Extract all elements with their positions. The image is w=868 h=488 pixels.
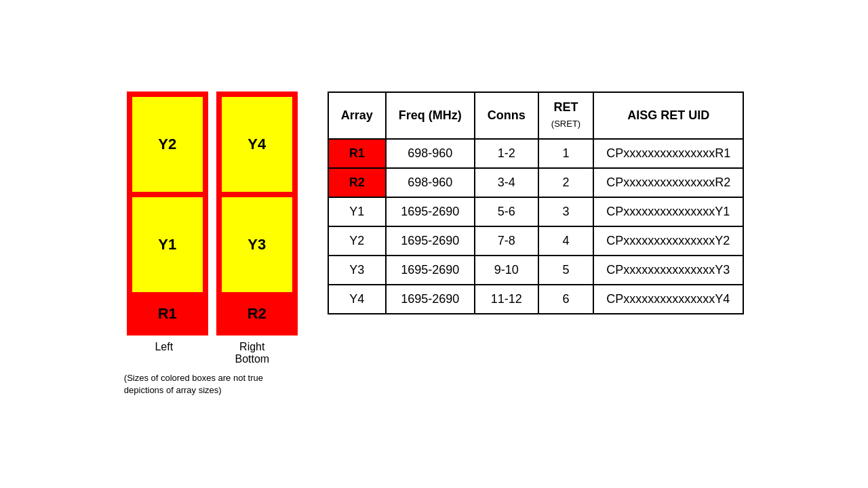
cell-ret-3: 4 [538,226,593,256]
cell-uid-1: CPxxxxxxxxxxxxxxxR2 [593,168,743,197]
cell-freq-1: 698-960 [386,168,475,197]
table-section: Array Freq (MHz) Conns RET (SRET) AISG R… [328,92,744,314]
left-antenna-column: Y2 Y1 R1 [127,92,208,336]
cell-freq-2: 1695-2690 [386,197,475,226]
header-array: Array [328,92,386,139]
header-aisg: AISG RET UID [593,92,743,139]
cell-array-1: R2 [328,168,386,197]
antenna-diagram: Y2 Y1 R1 Y4 Y3 R2 [127,92,298,336]
diagram-labels: Left Right Bottom [124,341,300,365]
cell-array-3: Y2 [328,226,386,256]
cell-array-4: Y3 [328,256,386,285]
right-antenna-column: Y4 Y3 R2 [216,92,298,336]
header-freq: Freq (MHz) [386,92,475,139]
diagram-note: (Sizes of colored boxes are not true dep… [124,372,300,396]
table-row: R1698-9601-21CPxxxxxxxxxxxxxxxR1 [328,139,743,168]
table-row: Y21695-26907-84CPxxxxxxxxxxxxxxxY2 [328,226,743,256]
table-row: R2698-9603-42CPxxxxxxxxxxxxxxxR2 [328,168,743,197]
table-body: R1698-9601-21CPxxxxxxxxxxxxxxxR1R2698-96… [328,139,743,314]
data-table: Array Freq (MHz) Conns RET (SRET) AISG R… [328,92,744,314]
table-row: Y11695-26905-63CPxxxxxxxxxxxxxxxY1 [328,197,743,226]
y3-box: Y3 [222,197,292,292]
y1-box: Y1 [132,197,203,292]
cell-ret-4: 5 [538,256,593,285]
cell-conns-1: 3-4 [475,168,538,197]
right-label-group: Right Bottom [235,341,269,365]
y4-box: Y4 [222,97,292,192]
cell-uid-0: CPxxxxxxxxxxxxxxxR1 [593,139,743,168]
cell-ret-1: 2 [538,168,593,197]
cell-ret-2: 3 [538,197,593,226]
cell-freq-3: 1695-2690 [386,226,475,256]
table-row: Y41695-269011-126CPxxxxxxxxxxxxxxxY4 [328,285,743,314]
cell-conns-0: 1-2 [475,139,538,168]
left-label: Left [155,341,173,353]
cell-uid-5: CPxxxxxxxxxxxxxxxY4 [593,285,743,314]
r1-box: R1 [132,298,203,330]
right-label: Right [239,341,264,353]
cell-conns-3: 7-8 [475,226,538,256]
cell-uid-4: CPxxxxxxxxxxxxxxxY3 [593,256,743,285]
left-label-group: Left [155,341,173,365]
cell-freq-0: 698-960 [386,139,475,168]
cell-uid-3: CPxxxxxxxxxxxxxxxY2 [593,226,743,256]
bottom-label: Bottom [235,353,269,365]
cell-ret-5: 6 [538,285,593,314]
cell-conns-5: 11-12 [475,285,538,314]
main-container: Y2 Y1 R1 Y4 Y3 R2 [111,78,757,410]
header-conns: Conns [475,92,538,139]
cell-conns-4: 9-10 [475,256,538,285]
cell-freq-5: 1695-2690 [386,285,475,314]
table-row: Y31695-26909-105CPxxxxxxxxxxxxxxxY3 [328,256,743,285]
cell-array-5: Y4 [328,285,386,314]
cell-array-2: Y1 [328,197,386,226]
cell-ret-0: 1 [538,139,593,168]
table-header-row: Array Freq (MHz) Conns RET (SRET) AISG R… [328,92,743,139]
cell-conns-2: 5-6 [475,197,538,226]
cell-array-0: R1 [328,139,386,168]
header-ret: RET (SRET) [538,92,593,139]
cell-freq-4: 1695-2690 [386,256,475,285]
diagram-section: Y2 Y1 R1 Y4 Y3 R2 [124,92,300,396]
cell-uid-2: CPxxxxxxxxxxxxxxxY1 [593,197,743,226]
y2-box: Y2 [132,97,203,192]
r2-box: R2 [222,298,292,330]
